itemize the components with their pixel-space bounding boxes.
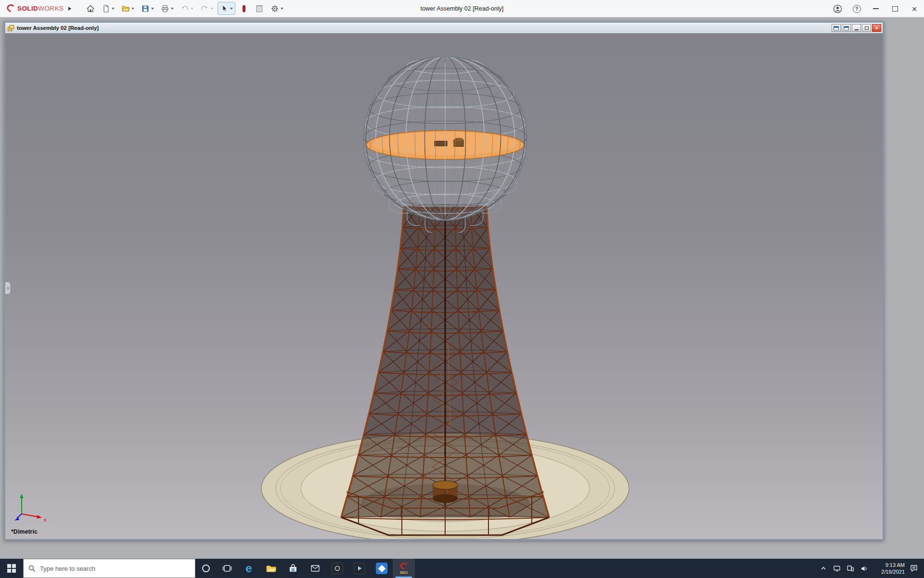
hidden-icons-button[interactable] (817, 559, 830, 578)
notification-icon (910, 564, 918, 573)
person-icon (833, 4, 842, 13)
store-bag-icon (288, 563, 298, 574)
solidworks-logo: SOLIDWORKS (0, 4, 76, 13)
taskbar-clock[interactable]: 9:13 AM 2/19/2021 (871, 562, 907, 575)
print-icon (161, 4, 169, 13)
panel-collapse-dot-icon (7, 287, 9, 289)
save-icon (141, 4, 150, 13)
speaker-icon (860, 565, 868, 573)
cortana-button[interactable] (195, 559, 217, 578)
pinned-app-blue-button[interactable] (371, 559, 393, 578)
help-icon: ? (853, 5, 861, 13)
windows-taskbar: e (0, 559, 924, 578)
chevron-down-icon[interactable] (151, 8, 154, 10)
options-button[interactable] (268, 2, 286, 15)
solidworks-swirl-icon (399, 563, 409, 570)
maximize-button[interactable] (886, 0, 905, 17)
assembly-document-icon (7, 25, 14, 32)
chevron-down-icon[interactable] (281, 8, 283, 10)
clock-time: 9:13 AM (871, 562, 905, 568)
tile-window-icon (834, 26, 839, 30)
undo-button[interactable] (178, 2, 196, 15)
doc-tile-horizontal-button[interactable] (832, 24, 841, 32)
menu-expand-arrow-icon[interactable] (68, 7, 71, 11)
chevron-down-icon[interactable] (112, 8, 115, 10)
close-button[interactable]: × (905, 0, 924, 17)
doc-close-button[interactable]: × (872, 24, 881, 32)
document-window: tower Assembly 02 [Read-only] × x *Dimet (4, 21, 884, 540)
solidworks-logo-icon (6, 4, 15, 13)
mdi-background: tower Assembly 02 [Read-only] × x *Dimet (0, 17, 924, 559)
print-button[interactable] (158, 2, 176, 15)
undo-icon (180, 4, 189, 13)
search-icon (28, 565, 36, 572)
home-icon (86, 4, 95, 13)
blue-app-icon (376, 563, 387, 574)
help-button[interactable]: ? (847, 0, 866, 17)
redo-button[interactable] (198, 2, 216, 15)
chevron-up-icon (820, 565, 827, 572)
document-titlebar[interactable]: tower Assembly 02 [Read-only] × (5, 23, 883, 33)
orientation-triad: x (14, 488, 50, 524)
doc-tile-vertical-button[interactable] (842, 24, 851, 32)
media-play-icon (354, 563, 365, 574)
tray-devices-button[interactable] (844, 559, 857, 578)
volume-button[interactable] (858, 559, 870, 578)
3d-viewport[interactable]: x *Dimetric (5, 33, 883, 539)
chevron-down-icon[interactable] (171, 8, 174, 10)
new-document-button[interactable] (99, 2, 117, 15)
open-button[interactable] (119, 2, 137, 15)
edge-icon: e (245, 563, 252, 574)
chevron-down-icon[interactable] (230, 8, 233, 10)
taskbar-search[interactable] (23, 559, 195, 578)
solidworks-year-badge: 2021 (400, 571, 408, 575)
solidworks-taskbar-button[interactable]: 2021 (393, 559, 415, 578)
gear-icon (270, 4, 279, 13)
task-view-icon (222, 564, 232, 573)
camera-lens-icon (332, 563, 343, 574)
file-properties-button[interactable] (253, 2, 266, 15)
tower-3d-model (5, 33, 883, 539)
windows-logo-icon (7, 564, 16, 573)
task-view-button[interactable] (217, 559, 238, 578)
minimize-icon (873, 8, 879, 9)
monitor-icon (833, 565, 841, 572)
chevron-down-icon[interactable] (131, 8, 134, 10)
new-document-icon (102, 4, 110, 13)
panel-collapse-tab[interactable] (5, 282, 11, 294)
notification-center-button[interactable] (908, 559, 920, 578)
pinned-app-dark-1-button[interactable] (326, 559, 348, 578)
brand-bold: SOLID (17, 5, 38, 12)
cursor-arrow-icon (220, 4, 229, 13)
app-window-title: tower Assembly 02 [Read-only] (421, 5, 503, 12)
open-folder-icon (121, 4, 130, 13)
restore-icon (865, 26, 869, 30)
view-orientation-label: *Dimetric (11, 528, 38, 535)
doc-minimize-button[interactable] (852, 24, 861, 32)
doc-restore-button[interactable] (862, 24, 871, 32)
red-capsule-icon (240, 4, 248, 13)
start-button[interactable] (0, 559, 23, 578)
clock-date: 2/19/2021 (871, 568, 905, 575)
home-button[interactable] (84, 2, 97, 15)
red-capsule-tool-button[interactable] (237, 2, 251, 15)
select-tool-button[interactable] (218, 2, 235, 15)
mail-taskbar-button[interactable] (304, 559, 326, 578)
save-button[interactable] (139, 2, 156, 15)
chevron-down-icon[interactable] (191, 8, 193, 10)
store-taskbar-button[interactable] (282, 559, 304, 578)
cortana-ring-icon (201, 564, 211, 573)
chevron-down-icon[interactable] (210, 8, 213, 10)
app-titlebar: SOLIDWORKS (0, 0, 924, 17)
pinned-app-dark-2-button[interactable] (348, 559, 371, 578)
close-icon: × (911, 4, 917, 13)
minimize-button[interactable] (866, 0, 886, 17)
tile-window-icon (844, 26, 849, 30)
edge-taskbar-button[interactable]: e (238, 559, 260, 578)
search-input[interactable] (24, 559, 195, 578)
file-explorer-taskbar-button[interactable] (260, 559, 282, 578)
user-account-button[interactable] (828, 0, 847, 17)
tray-display-button[interactable] (831, 559, 843, 578)
solidworks-app-icon: 2021 (399, 563, 409, 575)
mail-envelope-icon (310, 563, 321, 574)
